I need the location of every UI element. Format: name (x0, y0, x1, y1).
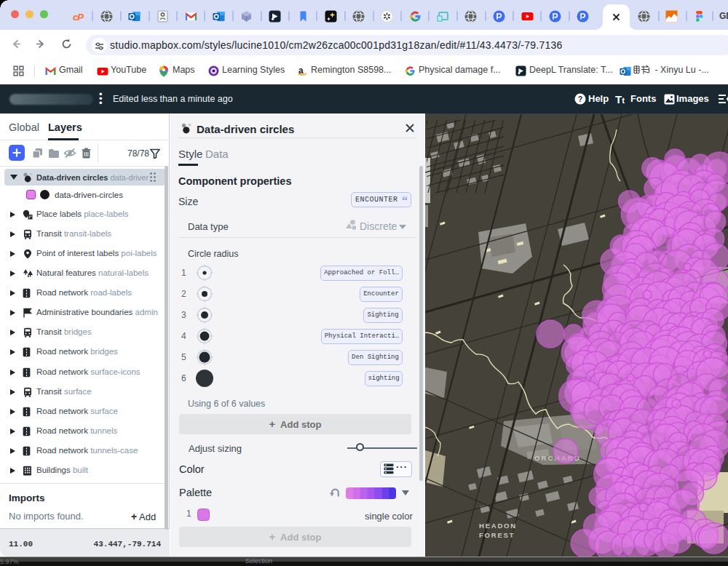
svg-text:HEADON: HEADON (479, 522, 517, 530)
svg-text:?: ? (578, 95, 582, 103)
svg-text:FOREST: FOREST (479, 531, 515, 539)
